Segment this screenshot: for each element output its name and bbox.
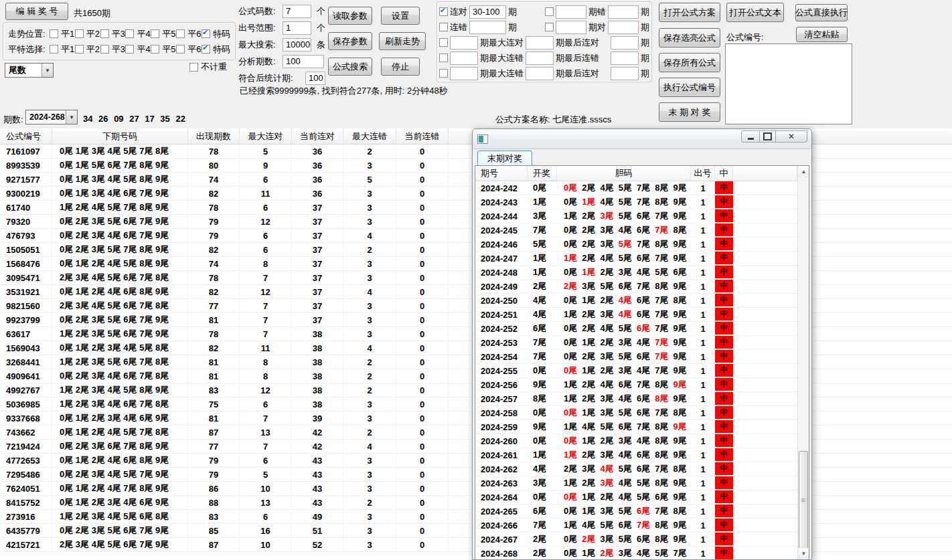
- open-formula-text-button[interactable]: 打开公式文本: [726, 3, 784, 22]
- dialog-table-row[interactable]: 2024-2443尾1尾2尾3尾5尾6尾7尾9尾1中: [475, 209, 797, 223]
- condition-checkbox-unchecked[interactable]: [439, 69, 448, 78]
- checkbox-unchecked[interactable]: [176, 29, 185, 38]
- dialog-header-cell[interactable]: 中: [715, 166, 733, 181]
- condition-checkbox-unchecked[interactable]: [545, 23, 554, 31]
- dialog-header-cell[interactable]: 期号: [475, 166, 528, 181]
- condition-checkbox-checked[interactable]: [439, 7, 448, 16]
- condition-input[interactable]: [450, 36, 478, 50]
- last-period-check-button[interactable]: 末 期 对 奖: [659, 102, 720, 122]
- dialog-table-row[interactable]: 2024-2656尾0尾1尾3尾5尾6尾7尾8尾1中: [475, 504, 797, 519]
- dialog-table-row[interactable]: 2024-2471尾1尾2尾4尾5尾6尾7尾9尾1中: [475, 252, 797, 266]
- pos-check-平2[interactable]: 平2: [75, 28, 100, 40]
- checkbox-unchecked[interactable]: [151, 45, 159, 54]
- condition-input[interactable]: [611, 36, 639, 50]
- condition-input[interactable]: [556, 5, 586, 19]
- condition-input[interactable]: [450, 52, 478, 65]
- pos-check-平3[interactable]: 平3: [100, 28, 125, 40]
- pos-check-特码[interactable]: 特码: [202, 28, 230, 40]
- dialog-table-row[interactable]: 2024-2640尾0尾1尾2尾4尾5尾6尾9尾1中: [475, 490, 797, 504]
- checkbox-unchecked[interactable]: [75, 45, 84, 54]
- pos-check-平6[interactable]: 平6: [176, 28, 201, 40]
- dialog-table-row[interactable]: 2024-2514尾1尾2尾3尾4尾6尾7尾9尾1中: [475, 308, 797, 322]
- dialog-table-row[interactable]: 2024-2569尾1尾2尾4尾6尾7尾8尾9尾1中: [475, 378, 797, 392]
- condition-checkbox-unchecked[interactable]: [439, 54, 448, 62]
- condition-input[interactable]: [608, 21, 639, 34]
- scrollbar-thumb[interactable]: ≡: [799, 451, 808, 549]
- last-period-check-tab[interactable]: 末期对奖: [477, 151, 532, 167]
- checkbox-checked[interactable]: [202, 29, 210, 38]
- pos-check-平4[interactable]: 平4: [125, 28, 150, 40]
- main-header-cell[interactable]: 当前连错: [396, 128, 449, 144]
- dialog-table-row[interactable]: 2024-2526尾0尾2尾4尾5尾6尾7尾9尾1中: [475, 322, 797, 336]
- dialog-table-row[interactable]: 2024-2682尾0尾1尾2尾3尾4尾5尾7尾1中: [475, 547, 797, 559]
- chevron-down-icon[interactable]: ▼: [42, 64, 53, 77]
- dialog-table-row[interactable]: 2024-2504尾0尾1尾2尾4尾6尾7尾8尾1中: [475, 294, 797, 308]
- sel-check-平4[interactable]: 平4: [125, 43, 150, 56]
- checkbox-unchecked[interactable]: [125, 29, 134, 38]
- condition-input[interactable]: [526, 67, 554, 80]
- sel-check-平3[interactable]: 平3: [100, 43, 125, 56]
- checkbox-unchecked[interactable]: [151, 29, 159, 38]
- dialog-table-row[interactable]: 2024-2611尾1尾2尾3尾4尾6尾8尾9尾1中: [475, 448, 797, 462]
- condition-input[interactable]: [450, 67, 478, 80]
- condition-checkbox-unchecked[interactable]: [545, 7, 554, 16]
- dialog-table-row[interactable]: 2024-2481尾0尾1尾2尾3尾4尾5尾6尾1中: [475, 266, 797, 280]
- dialog-table-row[interactable]: 2024-2550尾0尾1尾2尾3尾4尾7尾9尾1中: [475, 364, 797, 378]
- sel-check-平1[interactable]: 平1: [50, 43, 74, 56]
- dialog-table-row[interactable]: 2024-2578尾1尾2尾3尾4尾6尾8尾9尾1中: [475, 392, 797, 406]
- main-header-cell[interactable]: 下期号码: [52, 128, 188, 144]
- dialog-table-row[interactable]: 2024-2599尾1尾4尾5尾6尾7尾8尾9尾1中: [475, 420, 797, 434]
- checkbox-unchecked[interactable]: [125, 45, 134, 54]
- dialog-header-cell[interactable]: 胆码: [557, 166, 691, 181]
- param-input[interactable]: 100: [283, 55, 324, 68]
- checkbox-unchecked[interactable]: [50, 29, 58, 38]
- scroll-down-icon[interactable]: ▼: [798, 548, 809, 559]
- scroll-up-icon[interactable]: ▲: [798, 166, 809, 177]
- condition-input[interactable]: [469, 21, 506, 34]
- checkbox-unchecked[interactable]: [100, 45, 109, 54]
- main-header-cell[interactable]: 当前连对: [292, 128, 343, 144]
- dialog-table-row[interactable]: 2024-2547尾0尾2尾3尾5尾6尾7尾9尾1中: [475, 350, 797, 364]
- dialog-table-row[interactable]: 2024-2580尾0尾1尾3尾5尾6尾7尾8尾1中: [475, 406, 797, 420]
- checkbox-unchecked[interactable]: [100, 29, 109, 38]
- dialog-table-row[interactable]: 2024-2457尾0尾2尾3尾4尾6尾7尾8尾1中: [475, 223, 797, 238]
- clear-paste-button[interactable]: 清空粘贴: [796, 27, 848, 42]
- maximize-button[interactable]: [760, 130, 776, 143]
- dialog-table-row[interactable]: 2024-2431尾0尾1尾4尾5尾7尾8尾9尾1中: [475, 195, 797, 209]
- dialog-scrollbar[interactable]: ▲ ≡ ▼: [797, 166, 809, 559]
- exec-formula-number-button[interactable]: 执行公式编号: [659, 78, 720, 97]
- condition-input[interactable]: [526, 36, 554, 50]
- stop-button[interactable]: 停止: [381, 58, 420, 76]
- condition-input[interactable]: 30-100: [469, 5, 506, 19]
- dialog-header-cell[interactable]: 开奖: [528, 166, 557, 181]
- checkbox-unchecked[interactable]: [176, 45, 185, 54]
- dialog-table-row[interactable]: 2024-2465尾0尾2尾3尾5尾7尾8尾9尾1中: [475, 238, 797, 252]
- condition-input[interactable]: [556, 21, 586, 34]
- condition-checkbox-unchecked[interactable]: [439, 23, 448, 31]
- dialog-table-row[interactable]: 2024-2633尾1尾2尾3尾4尾5尾8尾9尾1中: [475, 476, 797, 490]
- sel-check-平2[interactable]: 平2: [75, 43, 100, 56]
- main-header-cell[interactable]: 最大连错: [343, 128, 396, 144]
- param-input[interactable]: 1: [283, 21, 311, 35]
- main-header-cell[interactable]: 出现期数: [188, 128, 240, 144]
- dialog-table-row[interactable]: 2024-2537尾0尾1尾2尾3尾4尾7尾9尾1中: [475, 336, 797, 350]
- param-input[interactable]: 1000000: [283, 38, 311, 52]
- settings-button[interactable]: 设置: [381, 7, 420, 25]
- checkbox-unchecked[interactable]: [50, 45, 58, 54]
- read-params-button[interactable]: 读取参数: [328, 7, 372, 25]
- minimize-button[interactable]: [741, 130, 760, 143]
- chevron-down-icon[interactable]: ▼: [66, 110, 77, 124]
- sel-check-平5[interactable]: 平5: [151, 43, 175, 56]
- checkbox-unchecked[interactable]: [75, 29, 84, 38]
- dialog-titlebar[interactable]: [473, 129, 811, 149]
- dialog-table-row[interactable]: 2024-2672尾0尾2尾3尾5尾6尾8尾9尾1中: [475, 533, 797, 547]
- checkbox-checked[interactable]: [202, 45, 210, 54]
- save-highlighted-formula-button[interactable]: 保存选亮公式: [659, 28, 720, 48]
- edit-prize-numbers-button[interactable]: 编 辑 奖 号: [5, 3, 68, 20]
- period-dropdown[interactable]: 2024-268 ▼: [25, 110, 78, 124]
- main-header-cell[interactable]: 公式编号: [0, 128, 52, 144]
- checkbox-unchecked[interactable]: [189, 63, 198, 72]
- condition-input[interactable]: [526, 52, 554, 65]
- sel-check-特码[interactable]: 特码: [202, 43, 230, 56]
- dialog-table-row[interactable]: 2024-2420尾0尾2尾4尾5尾7尾8尾9尾1中: [475, 181, 797, 195]
